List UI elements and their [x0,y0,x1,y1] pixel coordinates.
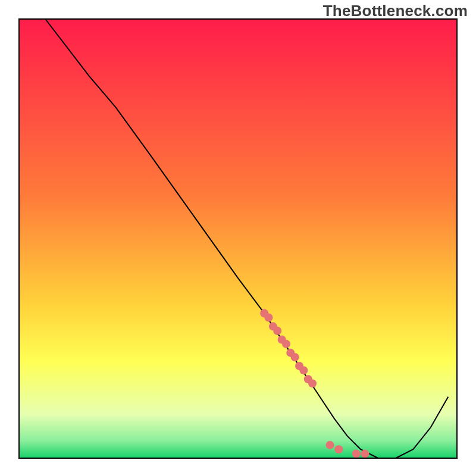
highlight-dot [282,340,290,348]
highlight-dot [361,450,369,458]
watermark-text: TheBottleneck.com [323,2,468,20]
highlight-dot [273,327,281,335]
highlight-dot [299,366,308,374]
plot-area [19,19,457,458]
chart-svg [0,0,476,476]
highlight-dot [352,450,361,458]
highlight-dot [334,445,343,453]
highlight-dot [291,353,299,361]
gradient-bg [19,19,457,458]
highlight-dot [308,380,317,388]
highlight-dot [326,441,334,449]
highlight-dot [265,314,273,322]
